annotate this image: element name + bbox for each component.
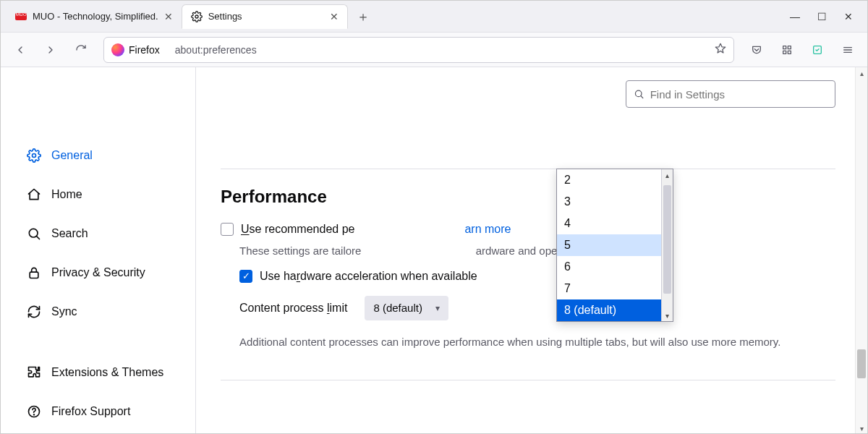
close-tab-icon[interactable]: ✕: [164, 11, 173, 22]
dropdown-option[interactable]: 7: [557, 278, 673, 299]
svg-rect-3: [783, 51, 786, 54]
section-divider: [221, 169, 835, 169]
sidebar-item-home[interactable]: Home: [27, 179, 195, 210]
svg-rect-2: [788, 46, 791, 48]
nav-toolbar: Firefox about:preferences: [1, 33, 867, 67]
recommended-checkbox[interactable]: [221, 223, 234, 236]
content-limit-note: Additional content processes can improve…: [239, 333, 789, 351]
content-limit-label: Content process limit: [239, 302, 347, 315]
tab-strip: MUO - Technology, Simplified. ✕ Settings…: [1, 1, 867, 33]
sidebar-item-sync[interactable]: Sync: [27, 296, 195, 328]
gear-icon: [27, 148, 41, 163]
sidebar-item-general[interactable]: General: [27, 140, 195, 171]
address-bar[interactable]: Firefox about:preferences: [103, 37, 734, 63]
svg-rect-1: [783, 46, 786, 48]
svg-point-13: [34, 414, 35, 415]
tab-settings[interactable]: Settings ✕: [182, 4, 348, 29]
sidebar-item-label: General: [51, 149, 93, 162]
scroll-down-icon[interactable]: ▾: [662, 310, 673, 321]
home-icon: [27, 187, 41, 202]
tab-title: Settings: [208, 11, 242, 22]
content-limit-dropdown[interactable]: 2 3 4 5 6 7 8 (default) ▴ ▾: [556, 169, 673, 322]
tailored-desc: These settings are tailore ardware and o…: [239, 243, 835, 260]
close-window-button[interactable]: ✕: [844, 11, 853, 22]
whats-new-button[interactable]: [805, 38, 830, 62]
hw-accel-label: Use hardware acceleration when available: [260, 270, 477, 283]
close-tab-icon[interactable]: ✕: [330, 11, 339, 22]
svg-point-9: [33, 154, 36, 158]
sync-icon: [27, 305, 41, 319]
section-divider: [221, 380, 835, 380]
help-icon: [27, 404, 41, 419]
find-in-settings[interactable]: [626, 80, 835, 108]
sidebar-item-label: Privacy & Security: [51, 266, 145, 279]
dropdown-scrollbar[interactable]: ▴ ▾: [661, 169, 673, 321]
svg-point-0: [195, 15, 198, 18]
pocket-button[interactable]: [744, 38, 769, 62]
forward-button[interactable]: [38, 38, 63, 62]
sidebar-item-label: Sync: [51, 305, 77, 318]
page-scrollbar[interactable]: ▴ ▾: [855, 67, 867, 434]
extensions-button[interactable]: [775, 38, 799, 62]
sidebar-item-label: Home: [51, 188, 82, 201]
firefox-logo-icon: [111, 43, 124, 56]
sidebar-item-label: Search: [51, 227, 88, 240]
lock-icon: [27, 265, 41, 280]
recommended-label-text: se recommended pe: [250, 223, 355, 235]
tab-muo[interactable]: MUO - Technology, Simplified. ✕: [7, 4, 182, 29]
scroll-up-icon[interactable]: ▴: [856, 67, 867, 80]
settings-sidebar: General Home Search Privacy & Security S…: [1, 67, 196, 434]
sidebar-item-label: Firefox Support: [51, 405, 130, 418]
puzzle-icon: [27, 365, 41, 380]
find-in-settings-input[interactable]: [650, 88, 827, 101]
maximize-button[interactable]: ☐: [817, 11, 827, 22]
identity-label: Firefox: [129, 44, 160, 56]
search-icon: [27, 226, 41, 241]
performance-heading: Performance: [221, 187, 835, 207]
dropdown-option[interactable]: 6: [557, 256, 673, 278]
new-tab-button[interactable]: ＋: [352, 6, 374, 27]
content-limit-value: 8 (default): [373, 302, 422, 314]
svg-rect-4: [788, 51, 791, 54]
settings-content: General Home Search Privacy & Security S…: [1, 67, 867, 434]
muo-favicon: [15, 11, 27, 22]
dropdown-option[interactable]: 3: [557, 191, 673, 213]
tailored-desc-prefix: These settings are tailore: [239, 244, 361, 257]
dropdown-option[interactable]: 2: [557, 169, 673, 191]
content-limit-select[interactable]: 8 (default) ▾: [365, 296, 448, 320]
sidebar-item-search[interactable]: Search: [27, 218, 195, 250]
scrollbar-thumb[interactable]: [663, 185, 671, 294]
reload-button[interactable]: [69, 38, 93, 62]
dropdown-option[interactable]: 4: [557, 213, 673, 234]
sidebar-item-label: Extensions & Themes: [51, 366, 163, 379]
settings-main-panel: Performance Use recommended pe arn more …: [196, 67, 867, 434]
dropdown-option[interactable]: 5: [557, 234, 673, 256]
recommended-label: Use recommended pe: [241, 223, 354, 236]
tab-title: MUO - Technology, Simplified.: [33, 11, 158, 22]
minimize-button[interactable]: —: [790, 11, 800, 22]
svg-rect-11: [30, 272, 38, 278]
learn-more-link[interactable]: arn more: [464, 223, 511, 236]
sidebar-item-privacy[interactable]: Privacy & Security: [27, 257, 195, 289]
scrollbar-thumb[interactable]: [857, 349, 866, 378]
window-controls: — ☐ ✕: [790, 11, 861, 22]
hw-accel-checkbox[interactable]: [239, 270, 252, 283]
url-text: about:preferences: [175, 44, 707, 56]
scroll-up-icon[interactable]: ▴: [662, 169, 673, 181]
scroll-down-icon[interactable]: ▾: [856, 422, 867, 434]
identity-box[interactable]: Firefox: [111, 43, 168, 56]
back-button[interactable]: [8, 38, 33, 62]
bookmark-star-icon[interactable]: [715, 43, 726, 56]
gear-icon: [191, 11, 203, 22]
app-menu-button[interactable]: [835, 38, 860, 62]
chevron-down-icon: ▾: [435, 303, 440, 313]
dropdown-option[interactable]: 8 (default): [557, 299, 673, 321]
sidebar-item-support[interactable]: Firefox Support: [27, 396, 195, 427]
sidebar-item-extensions[interactable]: Extensions & Themes: [27, 357, 195, 388]
